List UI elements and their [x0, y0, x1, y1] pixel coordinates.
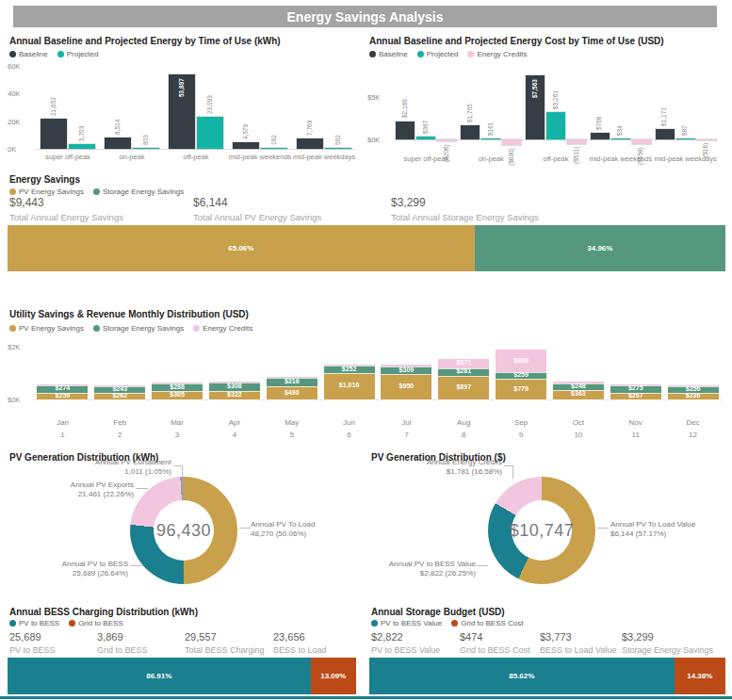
month-number: 9 [493, 431, 550, 439]
distribution-segment-34-96[interactable]: 34.96% [475, 225, 725, 271]
bar-energy-credits-mid-peak-weekdays[interactable] [697, 139, 716, 140]
panel-storage-budget: Annual Storage Budget (USD) PV to BESS V… [369, 605, 725, 699]
segment-energy-credits-may[interactable] [267, 377, 317, 378]
bar-baseline-mid-peak-weekends[interactable] [591, 133, 610, 139]
distribution-segment-13-09[interactable]: 13.09% [311, 658, 356, 694]
segment-value-label: $248 [553, 383, 604, 389]
legend-item-projected[interactable]: Projected [57, 50, 99, 58]
segment-value-label: $897 [438, 383, 489, 390]
legend-item-pv-energy-savings[interactable]: PV Energy Savings [9, 324, 84, 333]
tou-cost-bar-chart[interactable]: $2,168$1,705$7,563$768$1,171$367$161$3,2… [394, 66, 718, 155]
distribution-segment-label: 65.06% [228, 244, 253, 252]
month-label-may: May5 [263, 418, 320, 439]
legend-item-energy-credits[interactable]: Energy Credits [193, 324, 252, 333]
segment-value-label: $262 [94, 392, 145, 399]
segment-energy-credits-apr[interactable] [209, 382, 260, 383]
bar-projected-super-off-peak[interactable] [416, 137, 435, 139]
month-name: Oct [549, 418, 607, 427]
legend-item-storage-energy-savings[interactable]: Storage Energy Savings [93, 324, 184, 333]
donut-center-value: 96,430 [156, 521, 211, 541]
legend-dot-icon [9, 620, 16, 627]
segment-energy-credits-oct[interactable] [553, 382, 604, 383]
bar-projected-off-peak[interactable] [197, 117, 223, 149]
month-label-feb: Feb2 [91, 418, 149, 439]
legend-label: Grid to BESS [78, 619, 123, 627]
bar-projected-mid-peak-weekdays[interactable] [676, 138, 695, 139]
storage-budget-distribution-bar[interactable]: 85.62%14.38% [369, 658, 725, 694]
y-axis-tick: $0K [8, 396, 30, 404]
kpi-value: $2,822 [371, 631, 440, 643]
bar-baseline-on-peak[interactable] [105, 138, 131, 149]
bar-baseline-on-peak[interactable] [461, 125, 480, 139]
segment-value-label: $267 [610, 392, 661, 399]
segment-energy-credits-feb[interactable] [94, 385, 145, 386]
bar-baseline-super-off-peak[interactable] [396, 122, 415, 140]
bar-value-label: $87 [681, 125, 689, 136]
distribution-segment-14-38[interactable]: 14.38% [675, 658, 725, 694]
segment-value-label: $259 [37, 392, 88, 399]
bar-value-label: 53,897 [178, 78, 186, 97]
panel-pv-distribution-usd: PV Generation Distribution ($) $10,747An… [369, 450, 725, 603]
bess-charging-distribution-bar[interactable]: 86.91%13.09% [8, 658, 356, 694]
legend-item-baseline[interactable]: Baseline [369, 50, 408, 58]
kpi-caption: Grid to BESS Cost [460, 645, 530, 655]
bar-projected-on-peak[interactable] [481, 138, 500, 139]
bar-baseline-mid-peak-weekdays[interactable] [297, 138, 323, 149]
legend-item-projected[interactable]: Projected [417, 50, 459, 58]
distribution-segment-85-62[interactable]: 85.62% [369, 658, 675, 694]
distribution-segment-65-06[interactable]: 65.06% [8, 225, 475, 271]
bar-projected-on-peak[interactable] [133, 148, 159, 149]
segment-energy-credits-nov[interactable] [610, 384, 661, 385]
segment-energy-credits-jun[interactable] [324, 365, 375, 366]
legend-item-pv-to-bess-value[interactable]: PV to BESS Value [371, 619, 442, 627]
legend-dot-icon [93, 325, 100, 332]
distribution-segment-86-91[interactable]: 86.91% [8, 658, 311, 694]
bar-projected-mid-peak-weekends[interactable] [611, 138, 630, 139]
x-axis-label-mid-peak-weekdays: mid-peak weekdays [653, 155, 718, 163]
legend-item-storage-energy-savings[interactable]: Storage Energy Savings [93, 187, 184, 196]
bar-baseline-super-off-peak[interactable] [41, 119, 67, 149]
legend-item-pv-to-bess[interactable]: PV to BESS [9, 619, 59, 627]
month-number: 1 [34, 431, 91, 439]
legend-item-grid-to-bess-cost[interactable]: Grid to BESS Cost [451, 619, 523, 627]
tou-energy-bar-chart[interactable]: 21,6528,51453,8974,5797,7693,70380323,09… [36, 66, 356, 149]
segment-value-label: $322 [209, 391, 260, 398]
bar-projected-off-peak[interactable] [546, 112, 565, 139]
bar-baseline-mid-peak-weekdays[interactable] [656, 129, 675, 139]
legend-item-energy-credits[interactable]: Energy Credits [467, 50, 527, 58]
x-axis-label-on-peak: on-peak [100, 153, 164, 161]
bar-value-label: 803 [142, 135, 150, 145]
monthly-stacked-bar-chart[interactable]: $259$274$262$243$305$288$322$308$490$316… [34, 347, 722, 399]
segment-energy-credits-dec[interactable] [668, 385, 719, 386]
legend-dot-icon [417, 51, 424, 57]
month-label-mar: Mar3 [149, 418, 206, 439]
segment-value-label: $363 [553, 390, 604, 397]
energy-savings-distribution-bar[interactable]: 65.06%34.96% [8, 225, 725, 271]
legend-item-pv-energy-savings[interactable]: PV Energy Savings [9, 187, 84, 196]
bar-projected-mid-peak-weekends[interactable] [261, 148, 287, 149]
kpi-total-bess-charging: 29,557Total BESS Charging [185, 631, 265, 655]
legend-item-baseline[interactable]: Baseline [9, 50, 48, 58]
donut-leader-line [512, 465, 513, 479]
bar-projected-super-off-peak[interactable] [69, 144, 95, 149]
segment-value-label: $288 [152, 383, 203, 390]
bar-value-label: 4,579 [242, 124, 250, 139]
bar-energy-credits-super-off-peak[interactable] [437, 139, 456, 141]
bar-projected-mid-peak-weekdays[interactable] [325, 148, 351, 149]
segment-energy-credits-jan[interactable] [37, 384, 88, 385]
distribution-segment-label: 85.62% [509, 672, 534, 680]
legend-item-grid-to-bess[interactable]: Grid to BESS [69, 619, 123, 627]
panel-monthly-distribution: Utility Savings & Revenue Monthly Distri… [8, 307, 725, 450]
bar-energy-credits-on-peak[interactable] [502, 139, 521, 145]
segment-energy-credits-mar[interactable] [152, 383, 203, 383]
section-title-energy-savings: Energy Savings [9, 174, 80, 185]
bar-energy-credits-off-peak[interactable] [567, 139, 586, 144]
bar-energy-credits-mid-peak-weekends[interactable] [632, 139, 651, 144]
kpi-value: 29,557 [185, 631, 265, 643]
segment-value-label: $309 [381, 366, 431, 373]
segment-energy-credits-jul[interactable] [381, 365, 431, 366]
x-axis-label-mid-peak-weekdays: mid-peak weekdays [292, 153, 356, 161]
legend-label: Energy Credits [477, 50, 527, 58]
donut-leader-line [130, 565, 143, 566]
bar-baseline-mid-peak-weekends[interactable] [233, 142, 259, 149]
